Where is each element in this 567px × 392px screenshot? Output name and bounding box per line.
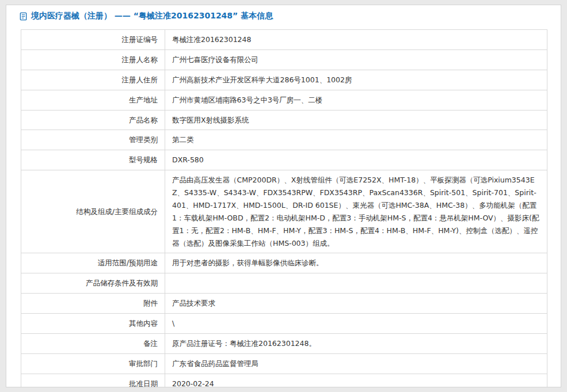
row-label: 管理类别 xyxy=(21,130,165,150)
row-label: 审批部门 xyxy=(21,353,165,374)
table-row-model-spec: 型号规格 DXR-580 xyxy=(21,150,547,170)
row-label: 产品储存条件及有效期 xyxy=(21,273,165,294)
row-value: 广州高新技术产业开发区科学大道286号1001、1002房 xyxy=(165,70,547,90)
row-label: 注册人名称 xyxy=(21,50,165,70)
row-label: 批准日期 xyxy=(21,374,165,387)
page-background: 境内医疗器械（注册） —— “粤械注准20162301248” 基本信息 注册证… xyxy=(0,0,567,392)
row-label: 生产地址 xyxy=(21,90,165,110)
page-title: 境内医疗器械（注册） —— “粤械注准20162301248” 基本信息 xyxy=(31,11,273,21)
row-value: DXR-580 xyxy=(165,150,547,170)
table-row-structure-composition: 结构及组成/主要组成成分 产品由高压发生器（CMP200DR）、X射线管组件（可… xyxy=(21,170,547,253)
table-row-attachment: 附件 产品技术要求 xyxy=(21,294,547,314)
row-value: 粤械注准20162301248 xyxy=(165,30,547,50)
row-value: 第二类 xyxy=(165,130,547,150)
row-value xyxy=(165,273,547,294)
table-row-product-name: 产品名称 数字医用X射线摄影系统 xyxy=(21,110,547,130)
registration-info-table: 注册证编号 粤械注准20162301248 注册人名称 广州七喜医疗设备有限公司… xyxy=(21,29,547,387)
table-row-remark: 备注 原产品注册证号：粤械注准20162301248。 xyxy=(21,333,547,353)
page-title-bar: 境内医疗器械（注册） —— “粤械注准20162301248” 基本信息 xyxy=(6,5,561,25)
row-value: 原产品注册证号：粤械注准20162301248。 xyxy=(165,333,547,353)
row-value: \ xyxy=(165,314,547,334)
row-value: 2020-02-24 xyxy=(165,374,547,387)
table-row-intended-use: 适用范围/预期用途 用于对患者的摄影，获得单幅影像供临床诊断。 xyxy=(21,253,547,273)
row-label: 型号规格 xyxy=(21,150,165,170)
row-value: 广州七喜医疗设备有限公司 xyxy=(165,50,547,70)
row-label: 其他内容 xyxy=(21,314,165,334)
row-label: 注册人住所 xyxy=(21,70,165,90)
row-value: 产品由高压发生器（CMP200DR）、X射线管组件（可选E7252X、HMT-1… xyxy=(165,170,547,253)
table-row-registrant-name: 注册人名称 广州七喜医疗设备有限公司 xyxy=(21,50,547,70)
row-label: 适用范围/预期用途 xyxy=(21,253,165,273)
row-value: 用于对患者的摄影，获得单幅影像供临床诊断。 xyxy=(165,253,547,273)
row-label: 备注 xyxy=(21,333,165,353)
row-label: 结构及组成/主要组成成分 xyxy=(21,170,165,253)
table-row-storage-conditions: 产品储存条件及有效期 xyxy=(21,273,547,294)
table-row-production-address: 生产地址 广州市黄埔区埔南路63号之中3号厂房一、二楼 xyxy=(21,90,547,110)
table-row-reg-number: 注册证编号 粤械注准20162301248 xyxy=(21,30,547,50)
table-row-other-content: 其他内容 \ xyxy=(21,314,547,334)
row-value: 数字医用X射线摄影系统 xyxy=(165,110,547,130)
row-label: 附件 xyxy=(21,294,165,314)
table-row-management-category: 管理类别 第二类 xyxy=(21,130,547,150)
row-value: 广州市黄埔区埔南路63号之中3号厂房一、二楼 xyxy=(165,90,547,110)
table-row-approval-department: 审批部门 广东省食品药品监督管理局 xyxy=(21,353,547,374)
row-label: 注册证编号 xyxy=(21,30,165,50)
row-value: 产品技术要求 xyxy=(165,294,547,314)
document-icon xyxy=(19,12,28,21)
content-panel: 境内医疗器械（注册） —— “粤械注准20162301248” 基本信息 注册证… xyxy=(6,5,561,387)
table-row-registrant-address: 注册人住所 广州高新技术产业开发区科学大道286号1001、1002房 xyxy=(21,70,547,90)
table-row-approval-date: 批准日期 2020-02-24 xyxy=(21,374,547,387)
row-label: 产品名称 xyxy=(21,110,165,130)
row-value: 广东省食品药品监督管理局 xyxy=(165,353,547,374)
